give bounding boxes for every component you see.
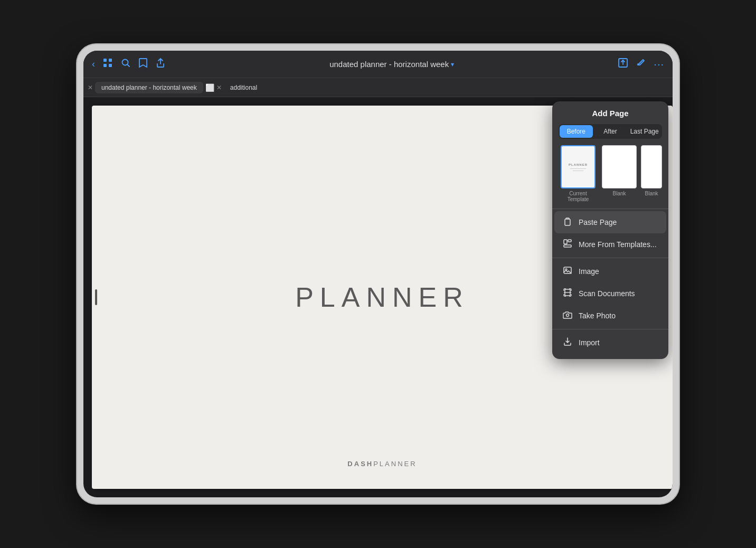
document-title[interactable]: undated planner - horizontal week ▾ — [329, 60, 454, 69]
template-icon — [563, 239, 572, 250]
tab-bar: ✕ undated planner - horizontal week ⬜ ✕ … — [83, 78, 673, 97]
search-icon[interactable] — [120, 58, 131, 71]
share-icon[interactable] — [155, 58, 166, 71]
menu-image[interactable]: Image — [554, 260, 666, 282]
tab-1[interactable]: undated planner - horizontal week — [95, 82, 203, 93]
thumb-blank-1-box — [602, 145, 637, 188]
popup-divider-1 — [552, 209, 668, 209]
svg-rect-0 — [103, 59, 107, 62]
camera-icon — [563, 310, 572, 322]
menu-import[interactable]: Import — [554, 332, 666, 354]
svg-rect-7 — [565, 219, 570, 225]
segment-before[interactable]: Before — [560, 125, 593, 138]
svg-rect-10 — [564, 245, 571, 247]
scan-icon — [563, 288, 572, 299]
segment-after[interactable]: After — [594, 125, 627, 138]
top-bar-left: ‹ — [92, 58, 166, 71]
planner-subtitle: DASHPLANNER — [347, 460, 417, 468]
take-photo-label: Take Photo — [579, 311, 616, 320]
back-button[interactable]: ‹ — [92, 59, 95, 70]
menu-paste-page[interactable]: Paste Page — [554, 211, 666, 233]
svg-point-12 — [565, 269, 567, 270]
scan-documents-label: Scan Documents — [579, 289, 635, 298]
popup-divider-3 — [552, 329, 668, 329]
tablet-screen: ‹ — [83, 51, 673, 497]
menu-scan-documents[interactable]: Scan Documents — [554, 282, 666, 305]
tab-1-label: undated planner - horizontal week — [101, 84, 197, 91]
title-chevron: ▾ — [451, 61, 454, 68]
svg-line-5 — [127, 64, 129, 67]
tablet-shell: ‹ — [77, 44, 679, 504]
menu-take-photo[interactable]: Take Photo — [554, 305, 666, 327]
add-page-popup: Add Page Before After Last Page PLANNER — [552, 101, 668, 359]
thumb-current-template-label: Current Template — [559, 191, 598, 202]
top-bar: ‹ — [83, 51, 673, 78]
image-icon — [563, 266, 572, 277]
tab-2[interactable]: additional — [224, 82, 263, 93]
more-templates-label: More From Templates... — [579, 240, 657, 249]
popup-divider-2 — [552, 258, 668, 258]
svg-rect-8 — [564, 240, 567, 244]
svg-rect-2 — [103, 64, 107, 67]
planner-title: PLANNER — [295, 281, 469, 313]
thumb-blank-2-label: Blank — [645, 191, 658, 196]
tab-close-2[interactable]: ✕ — [216, 84, 222, 91]
top-bar-right: ··· — [618, 58, 664, 71]
thumb-current-template[interactable]: PLANNER Current Template — [559, 145, 598, 202]
segmented-control[interactable]: Before After Last Page — [559, 124, 662, 139]
more-icon[interactable]: ··· — [654, 58, 664, 70]
top-bar-title-area: undated planner - horizontal week ▾ — [172, 60, 611, 69]
thumbnails-row: PLANNER Current Template Blank B — [552, 145, 668, 202]
popup-title: Add Page — [552, 109, 668, 118]
pencil-icon[interactable] — [636, 58, 646, 71]
grid-icon[interactable] — [102, 58, 113, 71]
menu-more-templates[interactable]: More From Templates... — [554, 233, 666, 256]
image-label: Image — [579, 267, 599, 276]
thumb-blank-1-label: Blank — [612, 191, 626, 196]
paste-page-label: Paste Page — [579, 218, 617, 226]
segment-last-page[interactable]: Last Page — [628, 125, 661, 138]
export-icon[interactable] — [618, 58, 628, 71]
thumb-blank-1[interactable]: Blank — [602, 145, 637, 202]
svg-rect-1 — [109, 59, 112, 62]
tab-close-1[interactable]: ✕ — [88, 84, 93, 91]
tab-2-label: additional — [230, 84, 257, 91]
thumb-current-template-box: PLANNER — [561, 145, 596, 188]
bookmark-icon[interactable] — [138, 58, 148, 71]
thumb-blank-2[interactable]: Blank — [641, 145, 662, 202]
tab-divider: ⬜ — [205, 83, 214, 92]
svg-rect-9 — [568, 240, 571, 242]
svg-rect-3 — [109, 64, 112, 67]
paste-icon — [563, 216, 572, 228]
import-icon — [563, 337, 572, 348]
content-area: PLANNER DASHPLANNER Add Page Before Afte… — [83, 97, 673, 497]
import-label: Import — [579, 338, 600, 347]
sidebar-toggle[interactable] — [95, 289, 97, 305]
svg-point-15 — [566, 314, 569, 317]
thumb-blank-2-box — [641, 145, 662, 188]
